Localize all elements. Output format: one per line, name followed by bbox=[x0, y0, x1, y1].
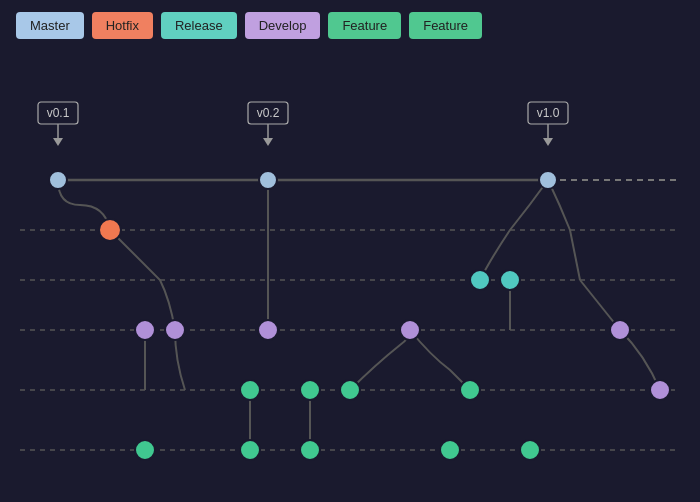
node-release-2 bbox=[500, 270, 520, 290]
legend-feature2: Feature bbox=[409, 12, 482, 39]
node-release-1 bbox=[470, 270, 490, 290]
legend-develop: Develop bbox=[245, 12, 321, 39]
node-feature1-2 bbox=[300, 380, 320, 400]
tag-v01: v0.1 bbox=[47, 106, 70, 120]
tag-v02: v0.2 bbox=[257, 106, 280, 120]
node-master-2 bbox=[259, 171, 277, 189]
node-master-3 bbox=[539, 171, 557, 189]
node-develop-3 bbox=[258, 320, 278, 340]
node-develop-1 bbox=[135, 320, 155, 340]
svg-marker-8 bbox=[543, 138, 553, 146]
node-feature2-2 bbox=[240, 440, 260, 460]
git-diagram: v0.1 v0.2 v1.0 bbox=[0, 60, 700, 502]
node-feature1-4 bbox=[460, 380, 480, 400]
node-feature1-5 bbox=[650, 380, 670, 400]
node-feature2-3 bbox=[300, 440, 320, 460]
node-develop-4 bbox=[400, 320, 420, 340]
legend-release: Release bbox=[161, 12, 237, 39]
node-develop-2 bbox=[165, 320, 185, 340]
node-develop-5 bbox=[610, 320, 630, 340]
node-master-1 bbox=[49, 171, 67, 189]
diagram-svg: v0.1 v0.2 v1.0 bbox=[0, 60, 700, 502]
node-feature2-1 bbox=[135, 440, 155, 460]
legend: Master Hotfix Release Develop Feature Fe… bbox=[0, 0, 700, 51]
legend-hotfix: Hotfix bbox=[92, 12, 153, 39]
legend-feature1: Feature bbox=[328, 12, 401, 39]
tag-v10: v1.0 bbox=[537, 106, 560, 120]
node-feature1-3 bbox=[340, 380, 360, 400]
node-feature2-5 bbox=[520, 440, 540, 460]
legend-master: Master bbox=[16, 12, 84, 39]
node-feature1-1 bbox=[240, 380, 260, 400]
node-hotfix bbox=[99, 219, 121, 241]
svg-marker-2 bbox=[53, 138, 63, 146]
svg-marker-5 bbox=[263, 138, 273, 146]
node-feature2-4 bbox=[440, 440, 460, 460]
